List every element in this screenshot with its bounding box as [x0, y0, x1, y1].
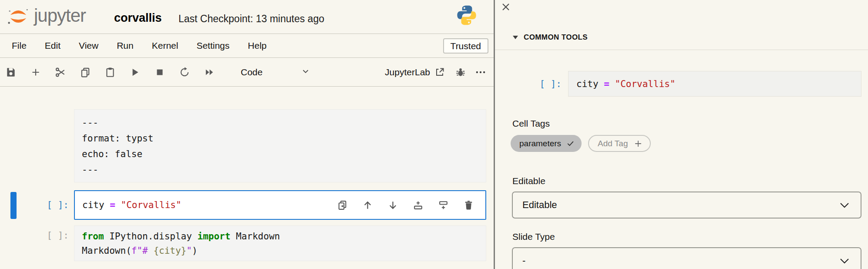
menu-help[interactable]: Help	[239, 40, 276, 51]
notebook-title[interactable]: corvallis	[114, 11, 162, 25]
code-line: from IPython.display import Markdown	[82, 229, 486, 244]
cut-cell-icon	[55, 67, 66, 78]
run-icon	[129, 67, 141, 78]
cell-tags-row: parameters Add Tag	[511, 135, 651, 152]
move-cell-up-button[interactable]	[362, 200, 373, 211]
common-tools-section-header[interactable]: COMMON TOOLS	[512, 33, 588, 42]
cell-type-select[interactable]: Code	[241, 67, 262, 77]
code-line: Markdown(f"# {city}")	[82, 244, 486, 258]
active-cell-preview[interactable]: city = "Corvallis"	[568, 71, 861, 97]
raw-cell-line: echo: false	[82, 146, 486, 162]
plus-icon	[633, 139, 643, 148]
paste-cell-icon	[104, 67, 116, 78]
move-cell-down-button[interactable]	[387, 200, 398, 211]
raw-cell-line: ---	[82, 115, 486, 131]
open-in-jupyterlab-link[interactable]: JupyterLab	[385, 67, 445, 77]
copy-cell-button[interactable]	[80, 67, 91, 78]
save-button[interactable]	[5, 67, 17, 78]
checkpoint-status: Last Checkpoint: 13 minutes ago	[178, 13, 324, 25]
menu-edit[interactable]: Edit	[36, 40, 70, 51]
menu-run[interactable]: Run	[108, 40, 143, 51]
selected-cell-indicator-bar	[10, 192, 17, 219]
run-button[interactable]	[129, 67, 141, 78]
add-tag-button[interactable]: Add Tag	[588, 135, 650, 152]
notebook-header: jupyter corvallis Last Checkpoint: 13 mi…	[0, 0, 494, 34]
move-down-icon	[387, 200, 398, 211]
caret-down-icon	[512, 35, 518, 40]
delete-cell-button[interactable]	[463, 200, 474, 211]
jupyter-notebook-window: jupyter corvallis Last Checkpoint: 13 mi…	[0, 0, 868, 269]
slide-type-select[interactable]: -	[512, 247, 861, 269]
python-kernel-icon	[455, 4, 478, 28]
add-cell-button[interactable]	[30, 67, 41, 78]
save-icon	[5, 67, 17, 78]
tag-parameters[interactable]: parameters	[511, 135, 582, 152]
jupyter-logo-text: jupyter	[34, 5, 86, 26]
duplicate-cell-button[interactable]	[337, 200, 348, 211]
editable-select[interactable]: Editable	[512, 192, 861, 219]
cell-toolbar	[337, 200, 474, 211]
more-commands-button[interactable]	[474, 66, 487, 78]
raw-cell-line: format: typst	[82, 131, 486, 146]
chevron-down-icon	[840, 258, 849, 264]
menu-bar: File Edit View Run Kernel Settings Help …	[0, 34, 494, 58]
insert-cell-above-button[interactable]	[413, 200, 424, 211]
slide-type-label: Slide Type	[512, 232, 555, 242]
copy-cell-icon	[80, 67, 91, 78]
paste-cell-button[interactable]	[104, 67, 116, 78]
slide-type-value: -	[522, 255, 525, 266]
property-inspector-panel: COMMON TOOLS [ ]: city = "Corvallis" Cel…	[495, 0, 868, 269]
preview-cell-prompt: [ ]:	[521, 79, 562, 89]
duplicate-cell-icon	[337, 200, 348, 211]
editable-value: Editable	[522, 199, 557, 211]
raw-cell-line: ---	[82, 162, 486, 178]
code-line: city = "Corvallis"	[82, 200, 182, 210]
menu-settings[interactable]: Settings	[187, 40, 239, 51]
notebook-toolbar: Code JupyterLab	[0, 58, 494, 87]
cell-tags-label: Cell Tags	[512, 118, 550, 129]
stop-icon	[154, 67, 165, 78]
chevron-down-icon	[840, 202, 849, 208]
trusted-button[interactable]: Trusted	[443, 38, 488, 54]
close-icon	[501, 2, 511, 12]
add-tag-label: Add Tag	[598, 139, 628, 148]
menu-view[interactable]: View	[70, 40, 108, 51]
ellipsis-icon	[475, 67, 486, 78]
delete-cell-icon	[463, 200, 474, 211]
cell-input-prompt: [ ]:	[23, 200, 69, 210]
add-cell-icon	[30, 67, 41, 78]
insert-above-icon	[413, 200, 424, 211]
notebook-panel: jupyter corvallis Last Checkpoint: 13 mi…	[0, 0, 494, 269]
jupyterlab-label: JupyterLab	[385, 67, 430, 77]
menu-file[interactable]: File	[3, 40, 36, 51]
chevron-down-icon[interactable]	[301, 67, 310, 78]
cell-input-prompt: [ ]:	[23, 230, 69, 241]
preview-code-line: city = "Corvallis"	[576, 79, 676, 89]
menu-kernel[interactable]: Kernel	[143, 40, 188, 51]
debugger-bug-icon	[455, 67, 466, 78]
close-panel-button[interactable]	[501, 2, 511, 12]
jupyter-logo[interactable]	[7, 4, 30, 30]
code-cell[interactable]: from IPython.display import Markdown Mar…	[74, 225, 486, 261]
editable-label: Editable	[512, 176, 545, 186]
restart-kernel-button[interactable]	[179, 67, 190, 78]
cut-cell-button[interactable]	[55, 67, 66, 78]
section-divider	[495, 50, 868, 50]
move-up-icon	[362, 200, 373, 211]
insert-below-icon	[438, 200, 449, 211]
stop-button[interactable]	[154, 67, 165, 78]
external-link-icon	[434, 67, 445, 77]
jupyter-logo-icon	[7, 4, 30, 29]
restart-kernel-icon	[179, 67, 190, 78]
raw-cell[interactable]: --- format: typst echo: false ---	[74, 109, 486, 182]
tag-label: parameters	[519, 139, 561, 148]
insert-cell-below-button[interactable]	[438, 200, 449, 211]
run-all-icon	[204, 67, 215, 78]
section-title: COMMON TOOLS	[524, 33, 588, 42]
check-icon	[566, 139, 575, 148]
selected-code-cell[interactable]: city = "Corvallis"	[74, 190, 486, 220]
run-all-button[interactable]	[204, 67, 215, 78]
debugger-button[interactable]	[454, 66, 467, 78]
